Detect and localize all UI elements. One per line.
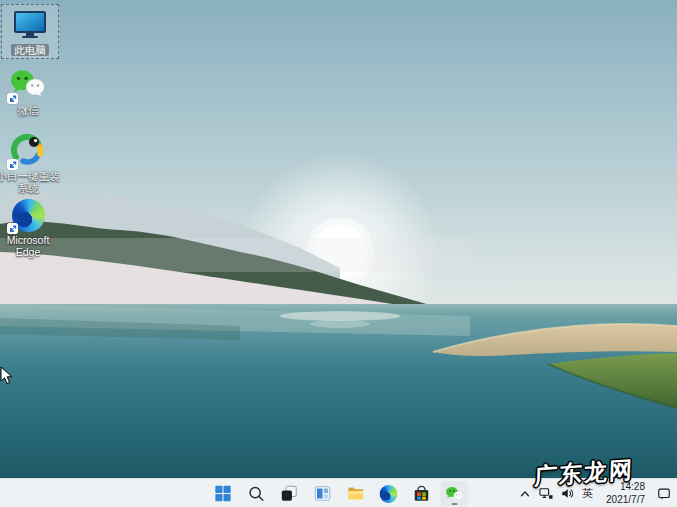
task-view-button[interactable] bbox=[275, 481, 303, 506]
chevron-up-icon bbox=[519, 488, 531, 500]
volume-icon bbox=[561, 487, 574, 500]
notification-center-button[interactable] bbox=[656, 481, 672, 506]
desktop-icon-wechat[interactable]: 微信 bbox=[0, 68, 56, 116]
desktop-icon-edge[interactable]: Microsoft Edge bbox=[0, 198, 56, 258]
microsoft-store-button[interactable] bbox=[407, 481, 435, 506]
notification-icon bbox=[657, 487, 671, 501]
wechat-icon bbox=[10, 68, 46, 102]
shortcut-arrow-icon bbox=[7, 93, 18, 104]
desktop-icon-label: 微信 bbox=[17, 104, 40, 116]
edge-icon bbox=[379, 485, 397, 503]
taskbar-center-icons bbox=[209, 479, 468, 507]
file-explorer-icon bbox=[346, 485, 364, 502]
desktop-icon-label: 此电脑 bbox=[11, 44, 49, 56]
system-tray: 英 14:28 2021/7/7 bbox=[518, 479, 672, 507]
edge-icon bbox=[10, 198, 46, 232]
desktop-icon-label: Microsoft Edge bbox=[0, 234, 62, 258]
clock-date: 2021/7/7 bbox=[606, 494, 645, 506]
clock-time: 14:28 bbox=[620, 481, 645, 493]
windows-start-icon bbox=[215, 485, 232, 502]
wechat-icon bbox=[444, 485, 464, 503]
microsoft-store-icon bbox=[412, 485, 430, 503]
this-pc-icon bbox=[12, 8, 48, 42]
wallpaper-lake-scene bbox=[0, 0, 677, 478]
start-button[interactable] bbox=[209, 481, 237, 506]
xiaobai-reinstall-icon bbox=[10, 134, 46, 168]
widgets-button[interactable] bbox=[308, 481, 336, 506]
volume-tray-button[interactable] bbox=[560, 481, 575, 506]
desktop-icon-label: 小白一键重装系统 bbox=[0, 170, 62, 194]
desktop-icon-xiaobai[interactable]: 小白一键重装系统 bbox=[0, 134, 56, 194]
taskbar: 英 14:28 2021/7/7 bbox=[0, 478, 677, 507]
desktop[interactable]: { "desktop": { "icons": [ { "id": "this-… bbox=[0, 0, 677, 507]
wechat-taskbar-button[interactable] bbox=[440, 481, 468, 506]
search-icon bbox=[248, 485, 265, 502]
file-explorer-button[interactable] bbox=[341, 481, 369, 506]
network-tray-button[interactable] bbox=[538, 481, 554, 506]
search-button[interactable] bbox=[242, 481, 270, 506]
edge-browser-button[interactable] bbox=[374, 481, 402, 506]
network-icon bbox=[539, 487, 553, 500]
tray-overflow-chevron[interactable] bbox=[518, 481, 532, 506]
desktop-icon-this-pc[interactable]: 此电脑 bbox=[1, 4, 59, 59]
shortcut-arrow-icon bbox=[7, 223, 18, 234]
shortcut-arrow-icon bbox=[7, 159, 18, 170]
ime-language-indicator[interactable]: 英 bbox=[581, 481, 594, 506]
task-view-icon bbox=[281, 485, 298, 502]
widgets-icon bbox=[313, 485, 331, 502]
clock[interactable]: 14:28 2021/7/7 bbox=[600, 481, 646, 506]
